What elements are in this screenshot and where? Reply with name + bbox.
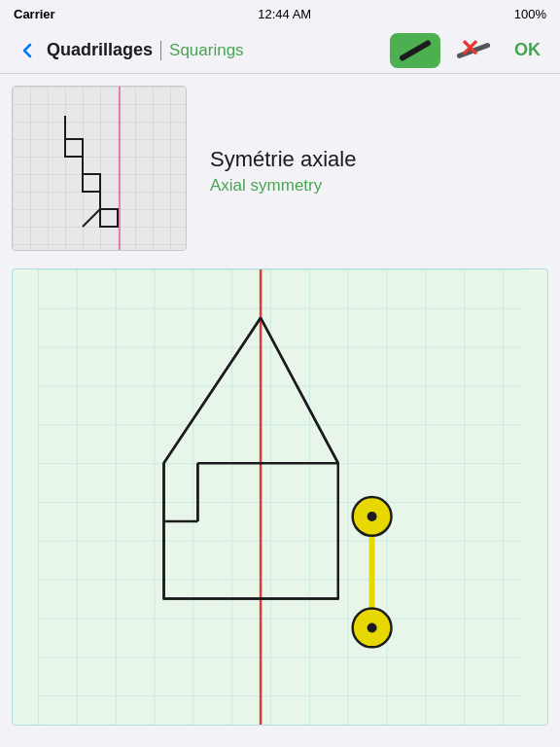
svg-rect-4 (38, 269, 522, 725)
drawing-area[interactable] (12, 268, 548, 726)
info-panel: Symétrie axiale Axial symmetry (202, 86, 356, 257)
svg-point-21 (368, 622, 377, 632)
cross-tool-button[interactable]: ✕ (448, 33, 499, 68)
svg-point-19 (368, 512, 377, 521)
nav-divider (160, 41, 161, 60)
preview-thumbnail (12, 86, 187, 251)
battery-label: 100% (514, 7, 546, 21)
back-button[interactable] (12, 35, 43, 66)
navbar: Quadrillages Squarings ✕ OK (0, 27, 560, 74)
status-bar: Carrier 12:44 AM 100% (0, 0, 560, 27)
title-french: Symétrie axiale (210, 147, 356, 172)
toolbar-actions: ✕ OK (390, 33, 548, 68)
nav-subtitle: Squarings (169, 41, 244, 60)
carrier-label: Carrier (14, 7, 55, 21)
ok-button[interactable]: OK (507, 40, 548, 60)
line-tool-button[interactable] (390, 33, 440, 68)
main-canvas (13, 269, 547, 725)
cross-icon: ✕ (456, 39, 491, 62)
title-english: Axial symmetry (210, 176, 356, 196)
content-row: Symétrie axiale Axial symmetry (0, 74, 560, 268)
nav-title: Quadrillages (47, 40, 153, 60)
preview-svg (13, 87, 187, 251)
line-icon (399, 39, 432, 61)
time-label: 12:44 AM (258, 7, 311, 21)
